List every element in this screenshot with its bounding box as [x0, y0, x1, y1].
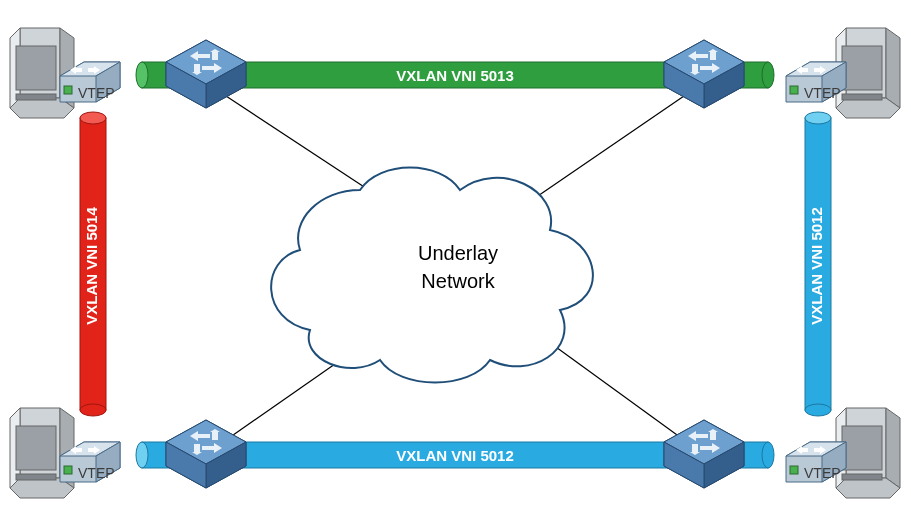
tunnel-right-label: VXLAN VNI 5012: [808, 207, 825, 325]
cloud-label-line1: Underlay: [418, 242, 498, 264]
svg-line-17: [532, 96, 684, 200]
vtep-label-tl: VTEP: [78, 85, 115, 101]
underlay-cloud: Underlay Network: [271, 168, 593, 383]
tunnel-left: VXLAN VNI 5014: [80, 112, 106, 416]
vtep-label-br: VTEP: [804, 465, 841, 481]
host-bottom-right: VTEP: [786, 408, 900, 498]
svg-line-16: [226, 96, 384, 200]
router-bottom-left: [166, 420, 246, 488]
tunnel-left-label: VXLAN VNI 5014: [83, 207, 100, 325]
host-top-left: VTEP: [10, 28, 120, 118]
router-bottom-right: [664, 420, 744, 488]
vxlan-diagram: Underlay Network VXLAN VNI 5013 VXLAN VN…: [0, 0, 911, 531]
host-top-right: VTEP: [786, 28, 900, 118]
host-bottom-left: VTEP: [10, 408, 120, 498]
router-top-right: [664, 40, 744, 108]
router-top-left: [166, 40, 246, 108]
tunnel-bottom-label: VXLAN VNI 5012: [396, 447, 514, 464]
tunnel-top-label: VXLAN VNI 5013: [396, 67, 514, 84]
svg-line-19: [538, 334, 684, 440]
vtep-label-bl: VTEP: [78, 465, 115, 481]
cloud-label-line2: Network: [421, 270, 495, 292]
vtep-label-tr: VTEP: [804, 85, 841, 101]
tunnel-right: VXLAN VNI 5012: [805, 112, 831, 416]
